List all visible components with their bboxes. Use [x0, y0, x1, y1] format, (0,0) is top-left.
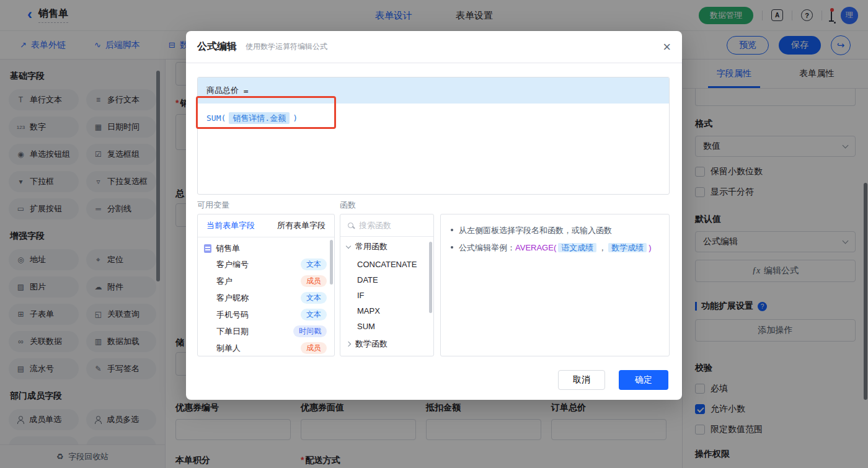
modal-title: 公式编辑: [197, 40, 237, 53]
variable-type-tag: 文本: [301, 309, 327, 320]
help-panel: 从左侧面板选择字段名和函数，或输入函数 公式编辑举例：AVERAGE(语文成绩，…: [440, 214, 670, 356]
formula-editor-box: 商品总价 = SUM(销售详情.金额): [197, 77, 670, 195]
variable-type-tag: 文本: [301, 258, 327, 270]
document-icon: [204, 244, 211, 253]
variables-section-label: 可用变量: [197, 200, 229, 211]
formula-close-paren: ): [293, 113, 298, 123]
root-form-name: 销售单: [216, 243, 240, 254]
help-tip-text: 从左侧面板选择字段名和函数，或输入函数: [459, 224, 612, 237]
modal-header: 公式编辑 使用数学运算符编辑公式 ×: [186, 31, 682, 63]
function-group-数学函数[interactable]: 数学函数: [340, 334, 433, 354]
variable-name: 客户昵称: [216, 293, 249, 304]
bullet-dot: [451, 246, 453, 249]
formula-editor-modal: 公式编辑 使用数学运算符编辑公式 × 商品总价 = SUM(销售详情.金额) 可…: [186, 31, 682, 400]
functions-section-label: 函数: [340, 200, 356, 211]
variable-row-客户[interactable]: 客户成员: [198, 273, 334, 289]
variables-tree-root[interactable]: 销售单: [198, 237, 334, 256]
variable-name: 客户: [216, 276, 232, 287]
variable-type-tag: 时间戳: [293, 325, 327, 337]
example-field-tag: 语文成绩: [558, 243, 596, 252]
variable-row-制单人[interactable]: 制单人成员: [198, 340, 334, 356]
variable-row-客户昵称[interactable]: 客户昵称文本: [198, 289, 334, 306]
functions-scrollbar[interactable]: [429, 242, 432, 313]
tab-current-form-fields[interactable]: 当前表单字段: [206, 220, 255, 231]
variable-name: 手机号码: [216, 309, 249, 320]
function-group-文本函数[interactable]: 文本函数: [340, 354, 433, 356]
variables-panel: 当前表单字段 所有表单字段 销售单 客户编号文本客户成员客户昵称文本手机号码文本…: [197, 214, 335, 356]
chevron-right-icon: [346, 342, 351, 347]
cancel-button[interactable]: 取消: [558, 370, 605, 390]
variable-type-tag: 文本: [301, 292, 327, 304]
app-root: ‹ 销售单 表单设计 表单设置 数据管理 A ? 理 ↗表单外链∿后端脚本⊟数据…: [0, 0, 868, 468]
function-item-CONCATENATE[interactable]: CONCATENATE: [340, 257, 433, 272]
example-function: AVERAGE(: [515, 243, 556, 252]
help-body: 从左侧面板选择字段名和函数，或输入函数 公式编辑举例：AVERAGE(语文成绩，…: [441, 214, 669, 268]
function-group-label: 数学函数: [355, 338, 388, 350]
formula-function: SUM(: [206, 113, 226, 123]
example-field-tag: 数学成绩: [608, 243, 647, 252]
tab-all-form-fields[interactable]: 所有表单字段: [277, 220, 326, 231]
confirm-button[interactable]: 确定: [619, 370, 668, 390]
formula-target: 商品总价: [206, 85, 239, 96]
formula-equals: =: [244, 86, 249, 95]
function-group-常用函数[interactable]: 常用函数: [340, 237, 433, 257]
help-example-text: 公式编辑举例：AVERAGE(语文成绩，数学成绩): [459, 241, 652, 254]
function-item-DATE[interactable]: DATE: [340, 272, 433, 288]
close-icon[interactable]: ×: [663, 40, 671, 54]
functions-panel: 常用函数CONCATENATEDATEIFMAPXSUM数学函数文本函数: [340, 214, 434, 356]
function-item-SUM[interactable]: SUM: [340, 319, 433, 334]
help-example: 公式编辑举例：AVERAGE(语文成绩，数学成绩): [451, 241, 659, 254]
modal-footer: 取消 确定: [558, 370, 668, 390]
function-rows: 常用函数CONCATENATEDATEIFMAPXSUM数学函数文本函数: [340, 237, 433, 356]
variable-name: 客户编号: [216, 259, 249, 270]
formula-input-area[interactable]: SUM(销售详情.金额): [198, 104, 669, 133]
help-tip: 从左侧面板选择字段名和函数，或输入函数: [451, 224, 659, 237]
variables-scrollbar[interactable]: [330, 240, 333, 285]
variable-row-客户编号[interactable]: 客户编号文本: [198, 256, 334, 273]
variable-type-tag: 成员: [301, 275, 327, 287]
formula-target-bar: 商品总价 =: [198, 77, 669, 104]
function-item-MAPX[interactable]: MAPX: [340, 303, 433, 319]
formula-field-tag[interactable]: 销售详情.金额: [229, 112, 290, 124]
variable-row-下单日期[interactable]: 下单日期时间戳: [198, 323, 334, 340]
function-item-IF[interactable]: IF: [340, 288, 433, 303]
example-separator: ，: [598, 243, 606, 252]
function-search-input[interactable]: [359, 221, 416, 230]
example-close-paren: ): [649, 243, 651, 252]
variable-rows: 客户编号文本客户成员客户昵称文本手机号码文本下单日期时间戳制单人成员: [198, 256, 334, 356]
chevron-down-icon: [346, 243, 351, 248]
variable-type-tag: 成员: [301, 342, 327, 354]
modal-subtitle: 使用数学运算符编辑公式: [246, 42, 327, 52]
variables-tabs: 当前表单字段 所有表单字段: [198, 214, 334, 237]
bullet-dot: [451, 229, 453, 231]
function-search-row: [340, 214, 433, 237]
variable-row-手机号码[interactable]: 手机号码文本: [198, 306, 334, 323]
variable-name: 下单日期: [216, 326, 249, 337]
search-icon: [348, 223, 353, 228]
variable-name: 制单人: [216, 343, 241, 354]
function-group-label: 常用函数: [355, 241, 388, 252]
